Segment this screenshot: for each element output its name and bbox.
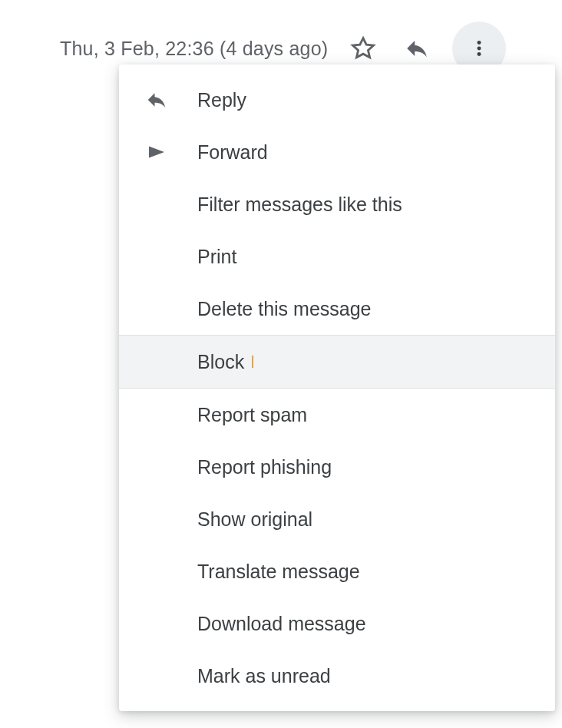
forward-icon [142,141,171,164]
menu-item-label: Show original [197,508,312,531]
menu-item-label: Filter messages like this [197,194,402,216]
reply-icon [142,88,171,111]
menu-item-label: Block [197,351,244,373]
menu-item-label: Forward [197,141,268,164]
menu-item-download[interactable]: Download message [119,597,555,650]
menu-item-show-original[interactable]: Show original [119,493,555,545]
svg-point-1 [478,47,481,51]
menu-item-forward[interactable]: Forward [119,126,555,178]
menu-item-label: Report phishing [197,456,332,478]
menu-item-report-phishing[interactable]: Report phishing [119,441,555,493]
menu-item-label: Mark as unread [197,665,331,687]
menu-item-label: Report spam [197,404,307,426]
menu-item-label: Translate message [197,561,360,583]
svg-point-0 [478,41,481,45]
more-actions-menu: Reply Forward Filter messages like this … [119,65,555,711]
menu-item-translate[interactable]: Translate message [119,545,555,597]
menu-item-mark-unread[interactable]: Mark as unread [119,650,555,702]
menu-item-label: Reply [197,89,246,111]
menu-item-filter[interactable]: Filter messages like this [119,178,555,230]
svg-point-2 [478,52,481,56]
menu-item-print[interactable]: Print [119,230,555,283]
menu-item-reply[interactable]: Reply [119,74,555,126]
menu-item-report-spam[interactable]: Report spam [119,389,555,441]
timestamp: Thu, 3 Feb, 22:36 (4 days ago) [60,38,328,60]
reply-icon[interactable] [398,30,435,67]
menu-item-label: Download message [197,613,366,635]
menu-item-label: Delete this message [197,298,372,320]
star-icon[interactable] [345,30,382,67]
text-cursor-icon [252,356,253,368]
menu-item-block[interactable]: Block [119,336,555,388]
menu-item-delete[interactable]: Delete this message [119,283,555,335]
menu-item-label: Print [197,246,236,268]
